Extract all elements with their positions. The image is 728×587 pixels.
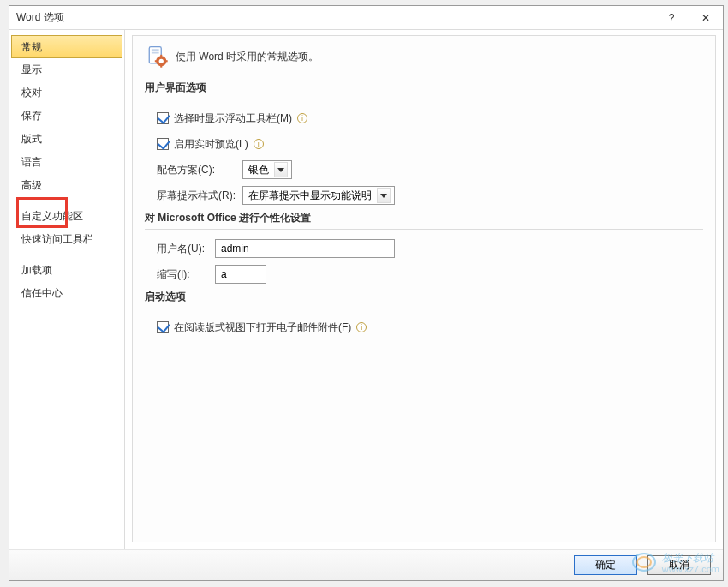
color-scheme-row: 配色方案(C): 银色: [157, 159, 703, 180]
username-row: 用户名(U):: [157, 238, 703, 259]
sidebar-item-label: 高级: [21, 179, 42, 191]
sidebar-item-language[interactable]: 语言: [11, 151, 122, 174]
chevron-down-icon: [277, 168, 284, 172]
mini-toolbar-label: 选择时显示浮动工具栏(M): [174, 111, 292, 126]
reading-view-label: 在阅读版式视图下打开电子邮件附件(F): [174, 320, 351, 335]
info-icon[interactable]: i: [356, 322, 367, 332]
sidebar-item-label: 加载项: [21, 264, 52, 276]
titlebar: Word 选项 ? ✕: [9, 6, 723, 30]
dialog-footer: 确定 取消: [9, 549, 723, 580]
dropdown-button[interactable]: [377, 188, 391, 203]
annotation-highlight: [16, 197, 68, 228]
live-preview-row: 启用实时预览(L) i: [157, 134, 703, 154]
svg-rect-6: [160, 65, 162, 68]
svg-rect-2: [152, 52, 159, 54]
mini-toolbar-checkbox[interactable]: [157, 112, 169, 124]
options-icon: [145, 45, 169, 69]
live-preview-label: 启用实时预览(L): [174, 137, 248, 152]
svg-rect-5: [160, 55, 162, 57]
reading-view-row: 在阅读版式视图下打开电子邮件附件(F) i: [157, 317, 703, 338]
sidebar-item-label: 版式: [21, 133, 42, 145]
sidebar-item-label: 语言: [21, 156, 42, 168]
sidebar-item-label: 显示: [21, 63, 42, 75]
sidebar-item-save[interactable]: 保存: [11, 105, 122, 128]
username-input[interactable]: [215, 239, 395, 258]
sidebar-item-display[interactable]: 显示: [11, 58, 122, 81]
ok-label: 确定: [595, 558, 616, 572]
sidebar-item-label: 常规: [21, 41, 42, 53]
sidebar-item-label: 校对: [21, 87, 42, 99]
live-preview-checkbox[interactable]: [157, 138, 169, 150]
initials-label: 缩写(I):: [157, 267, 210, 282]
close-button[interactable]: ✕: [689, 6, 723, 30]
svg-rect-1: [152, 49, 159, 51]
dialog-body: 常规 显示 校对 保存 版式 语言 高级 自定义功能区 快速访问工具栏 加载项 …: [9, 30, 723, 551]
screentip-row: 屏幕提示样式(R): 在屏幕提示中显示功能说明: [157, 185, 703, 206]
word-options-dialog: Word 选项 ? ✕ 常规 显示 校对 保存 版式 语言 高级 自定义功能区 …: [9, 5, 724, 581]
cancel-label: 取消: [669, 558, 689, 572]
svg-rect-7: [155, 60, 158, 62]
color-scheme-label: 配色方案(C):: [157, 163, 237, 177]
ok-button[interactable]: 确定: [574, 555, 637, 575]
section-personalize: 对 Microsoft Office 进行个性化设置: [145, 211, 703, 230]
color-scheme-value: 银色: [248, 163, 269, 177]
reading-view-checkbox[interactable]: [157, 321, 169, 333]
initials-input[interactable]: [215, 265, 266, 284]
section-startup: 启动选项: [145, 290, 703, 308]
description-row: 使用 Word 时采用的常规选项。: [145, 45, 703, 69]
info-icon[interactable]: i: [297, 113, 307, 123]
color-scheme-select[interactable]: 银色: [242, 160, 292, 179]
dropdown-button[interactable]: [274, 162, 288, 177]
help-button[interactable]: ?: [654, 6, 689, 30]
sidebar-item-general[interactable]: 常规: [11, 35, 122, 58]
description-text: 使用 Word 时采用的常规选项。: [176, 50, 319, 64]
window-title: Word 选项: [16, 10, 654, 25]
content-area: 使用 Word 时采用的常规选项。 用户界面选项 选择时显示浮动工具栏(M) i…: [125, 30, 723, 551]
username-label: 用户名(U):: [157, 242, 210, 256]
mini-toolbar-row: 选择时显示浮动工具栏(M) i: [157, 108, 703, 129]
svg-rect-8: [165, 60, 168, 62]
sidebar-item-label: 信任中心: [21, 287, 63, 299]
sidebar-separator: [15, 255, 117, 255]
section-ui-options: 用户界面选项: [145, 81, 703, 99]
content-panel: 使用 Word 时采用的常规选项。 用户界面选项 选择时显示浮动工具栏(M) i…: [132, 35, 716, 542]
sidebar-item-trust-center[interactable]: 信任中心: [11, 282, 122, 305]
sidebar-item-quick-access[interactable]: 快速访问工具栏: [11, 228, 122, 251]
svg-point-4: [159, 59, 164, 63]
initials-row: 缩写(I):: [157, 264, 703, 285]
sidebar-item-label: 快速访问工具栏: [21, 233, 93, 245]
chevron-down-icon: [380, 194, 387, 198]
sidebar: 常规 显示 校对 保存 版式 语言 高级 自定义功能区 快速访问工具栏 加载项 …: [9, 30, 125, 551]
screentip-select[interactable]: 在屏幕提示中显示功能说明: [242, 186, 395, 205]
help-icon: ?: [669, 12, 675, 24]
sidebar-item-layout[interactable]: 版式: [11, 128, 122, 151]
info-icon[interactable]: i: [254, 139, 264, 149]
screentip-value: 在屏幕提示中显示功能说明: [248, 189, 372, 203]
sidebar-item-addins[interactable]: 加载项: [11, 259, 122, 282]
close-icon: ✕: [701, 12, 710, 24]
cancel-button[interactable]: 取消: [647, 555, 711, 575]
sidebar-item-label: 保存: [21, 110, 42, 122]
sidebar-item-advanced[interactable]: 高级: [11, 174, 122, 197]
sidebar-item-proofing[interactable]: 校对: [11, 81, 122, 105]
screentip-label: 屏幕提示样式(R):: [157, 189, 237, 203]
